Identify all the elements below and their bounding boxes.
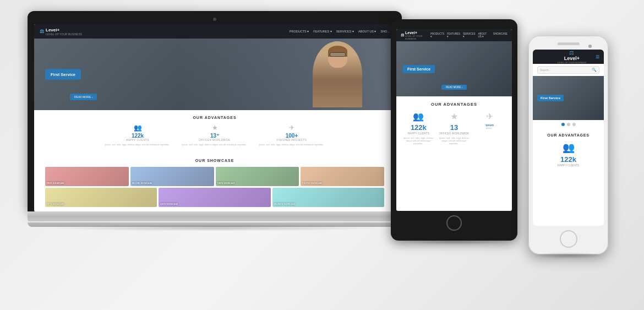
laptop-showcase: OUR SHOWCASE FIRST SHOWCASE SECOND SHOWC… (34, 156, 395, 211)
tablet-adv-number-2: 13 (439, 123, 470, 132)
showcase-label-4: FOURTH SHOWCASE (302, 182, 322, 184)
laptop-shadow (46, 225, 383, 231)
logo-icon: ⚖ (40, 29, 44, 34)
logo-text: Level+ (46, 28, 59, 32)
tablet-advantages-title: OUR ADVANTAGES (403, 102, 505, 107)
advantage-text-1: ipsum, sed, odio, fugit, dolores alique … (105, 143, 171, 146)
tablet-nav-services[interactable]: SERVICES ▾ (463, 32, 476, 38)
tablet-adv-icon-1: 👥 (403, 111, 434, 122)
tablet-adv-label-2: OFFICES WORLDWIDE (439, 132, 470, 135)
laptop-hero: First Service READ MORE › (34, 39, 395, 110)
tablet-logo-icon: ⚖ (401, 33, 404, 37)
laptop-showcase-grid: FIRST SHOWCASE SECOND SHOWCASE THIRD SHO… (45, 167, 384, 186)
tablet-adv-icon-2: ★ (439, 111, 470, 122)
laptop-advantages-grid: 👥 122k HAPPY CLIENTS ipsum, sed, odio, f… (45, 124, 384, 146)
showcase-item-7[interactable]: SEVENTH SHOWCASE (272, 188, 384, 207)
phone-adv-label: HAPPY CLIENTS (537, 164, 599, 167)
phone-screen: ⚖ Level+ LEVEL UP YOUR BUSINESS ≡ Search… (533, 50, 604, 226)
scene: ⚖ Level+ LEVEL UP YOUR BUSINESS PRODUCTS… (0, 0, 644, 310)
laptop-screen-outer: ⚖ Level+ LEVEL UP YOUR BUSINESS PRODUCTS… (28, 11, 402, 211)
tablet-device: ⚖ Level+ LEVEL UP YOUR BUSINESS PRODUCTS… (391, 19, 517, 241)
tablet-adv-number-1: 122k (403, 123, 434, 132)
phone-home-button[interactable] (560, 230, 577, 248)
tablet-read-more-btn[interactable]: READ MORE › (441, 85, 467, 90)
phone-camera (588, 45, 592, 48)
showcase-item-3[interactable]: THIRD SHOWCASE (216, 167, 299, 186)
phone-carousel-dots (533, 120, 604, 129)
tablet-adv-text-3: ipsum... (474, 127, 505, 129)
phone-advantages-title: OUR ADVANTAGES (537, 133, 599, 137)
laptop-nav: ⚖ Level+ LEVEL UP YOUR BUSINESS PRODUCTS… (34, 24, 395, 39)
tablet-screen: ⚖ Level+ LEVEL UP YOUR BUSINESS PRODUCTS… (396, 29, 512, 211)
showcase-label-2: SECOND SHOWCASE (132, 182, 152, 184)
showcase-label-5: FIFTH SHOWCASE (47, 203, 64, 205)
laptop-advantages-title: OUR ADVANTAGES (45, 116, 384, 119)
hero-bg-people (178, 39, 395, 110)
laptop-showcase-title: OUR SHOWCASE (45, 159, 384, 162)
advantage-icon-3: ✈ (259, 124, 325, 132)
phone-adv-number: 122k (537, 155, 599, 164)
tablet-adv-icon-3: ✈ (474, 111, 505, 122)
tablet-nav-showcase[interactable]: SHOWCASE (493, 32, 507, 38)
phone-speaker (558, 42, 580, 45)
tablet-logo-text: Level+ (405, 31, 417, 35)
nav-link-sho[interactable]: SHO... (380, 30, 390, 33)
showcase-item-6[interactable]: SIXTH SHOWCASE (159, 188, 270, 207)
phone-device: ⚖ Level+ LEVEL UP YOUR BUSINESS ≡ Search… (528, 36, 608, 254)
advantage-item-3: ✈ 100+ FINISHED PROJECTS ipsum, sed, odi… (259, 124, 325, 146)
advantage-number-2: 13⁺ (182, 133, 248, 139)
phone-adv-icon: 👥 (537, 142, 599, 154)
phone-advantages: OUR ADVANTAGES 👥 122k HAPPY CLIENTS (533, 129, 604, 171)
advantage-item-1: 👥 122k HAPPY CLIENTS ipsum, sed, odio, f… (105, 124, 171, 146)
tablet-adv-text-2: ipsum, sed, odio, fugit, dolores alique … (439, 137, 470, 145)
tablet-hero: First Service READ MORE › (396, 41, 512, 96)
phone-logo-icon: ⚖ (548, 50, 596, 56)
laptop-read-more-btn[interactable]: READ MORE › (70, 94, 97, 100)
showcase-item-2[interactable]: SECOND SHOWCASE (130, 167, 214, 186)
tablet-home-button[interactable] (446, 215, 462, 231)
tablet-service-badge: First Service (403, 65, 435, 73)
showcase-label-7: SEVENTH SHOWCASE (274, 203, 295, 205)
laptop-device: ⚖ Level+ LEVEL UP YOUR BUSINESS PRODUCTS… (28, 11, 402, 227)
phone-search-box[interactable]: Search... 🔍 (537, 66, 599, 74)
phone-shadow (532, 252, 604, 259)
nav-link-features[interactable]: FEATURES ▾ (313, 30, 331, 33)
advantage-label-1: HAPPY CLIENTS (105, 139, 171, 142)
tablet-adv-label-1: HAPPY CLIENTS (403, 132, 434, 135)
tablet-adv-item-2: ★ 13 OFFICES WORLDWIDE ipsum, sed, odio,… (439, 111, 470, 145)
nav-link-services[interactable]: SERVICES ▾ (336, 30, 354, 33)
advantage-number-1: 122k (105, 133, 171, 139)
advantage-item-2: ★ 13⁺ OFFICES WORLDWIDE ipsum, sed, odio… (182, 124, 248, 146)
laptop-screen: ⚖ Level+ LEVEL UP YOUR BUSINESS PRODUCTS… (34, 24, 395, 211)
phone-nav: ⚖ Level+ LEVEL UP YOUR BUSINESS ≡ (533, 50, 604, 64)
tablet-nav-about[interactable]: ABOUT US ▾ (478, 32, 490, 38)
tablet-advantages: OUR ADVANTAGES 👥 122k HAPPY CLIENTS ipsu… (396, 96, 512, 151)
showcase-item-5[interactable]: FIFTH SHOWCASE (45, 188, 157, 207)
advantage-text-3: ipsum, sed, odio, fugit, dolores alique … (259, 143, 325, 146)
showcase-label-6: SIXTH SHOWCASE (160, 203, 178, 205)
phone-logo-text: Level+ (548, 56, 596, 61)
laptop-logo: ⚖ Level+ LEVEL UP YOUR BUSINESS (40, 28, 82, 36)
laptop-showcase-grid-2: FIFTH SHOWCASE SIXTH SHOWCASE SEVENTH SH… (45, 188, 384, 207)
tablet-nav-features[interactable]: FEATURES ▾ (447, 32, 460, 38)
advantage-number-3: 100+ (259, 133, 325, 139)
showcase-label-3: THIRD SHOWCASE (217, 182, 235, 184)
hero-glasses (330, 52, 346, 57)
carousel-dot-1[interactable] (561, 123, 565, 126)
phone-search-container: Search... 🔍 (533, 64, 604, 76)
advantage-icon-1: 👥 (105, 124, 171, 132)
nav-link-products[interactable]: PRODUCTS ▾ (290, 30, 309, 33)
showcase-item-1[interactable]: FIRST SHOWCASE (45, 167, 129, 186)
carousel-dot-2[interactable] (567, 123, 570, 126)
nav-link-about[interactable]: ABOUT US ▾ (358, 30, 376, 33)
laptop-camera (213, 18, 216, 21)
phone-search-placeholder: Search... (540, 68, 551, 72)
showcase-item-4[interactable]: FOURTH SHOWCASE (301, 167, 384, 186)
tablet-adv-text-1: ipsum, sed, odio, fugit, dolores alique … (403, 137, 434, 145)
carousel-dot-3[interactable] (572, 123, 576, 126)
tablet-nav-products[interactable]: PRODUCTS ▾ (430, 32, 444, 38)
hamburger-icon[interactable]: ≡ (596, 53, 599, 61)
tablet-adv-item-3: ✈ ipsum ipsum... (474, 111, 505, 145)
tablet-logo: ⚖ Level+ LEVEL UP YOUR BUSINESS (401, 31, 430, 40)
laptop-nav-links: PRODUCTS ▾ FEATURES ▾ SERVICES ▾ ABOUT U… (290, 30, 390, 33)
